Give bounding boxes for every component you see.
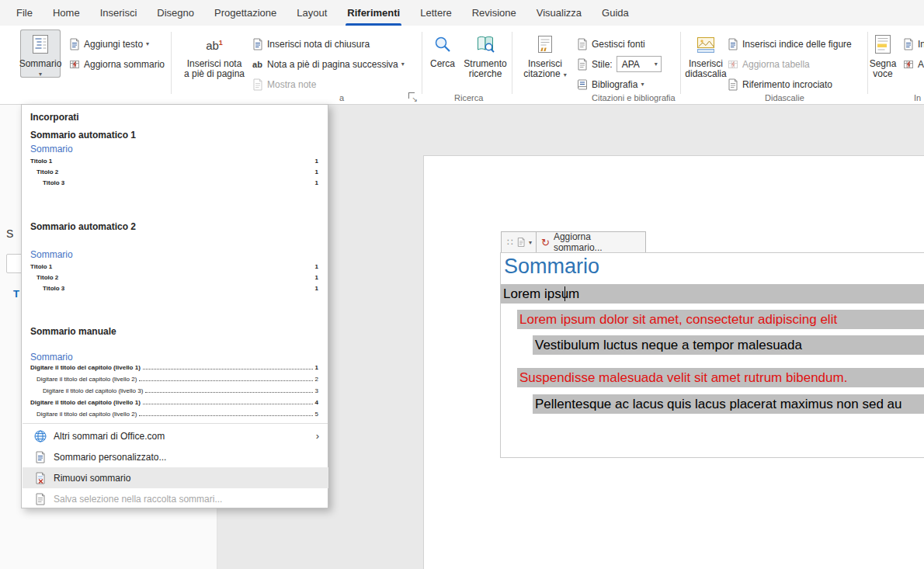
gallery-preview-row: Titolo 21 [36,272,318,281]
chevron-down-icon: ▾ [564,71,567,78]
menu-item-label: Rimuovi sommario [54,473,130,484]
index-insert-label-fragment: In [918,39,924,50]
word-window: File Home Inserisci Disegno Progettazion… [0,0,924,569]
toc-entry-text: Vestibulum luctus neque a tempor malesua… [535,338,802,353]
menu-item-save-selection[interactable]: Salva selezione nella raccolta sommari..… [23,488,328,509]
toc-entry-line[interactable]: Suspendisse malesuada velit sit amet rut… [517,368,924,387]
toc-title[interactable]: Sommario [504,255,599,279]
update-table-icon [725,58,740,71]
gallery-preview-row: Digitare il titolo del capitolo (livello… [36,409,318,418]
researcher-label-line2: ricerche [469,69,502,79]
cerca-button[interactable]: Cerca [426,29,460,69]
tab-disegno[interactable]: Disegno [147,0,204,26]
index-update-button[interactable]: A [901,55,924,73]
inserisci-nota-pie-pagina-button[interactable]: ab1 Inserisci nota a piè di pagina [185,29,244,79]
style-icon [575,58,589,71]
menu-section-header: Incorporati [30,112,79,123]
endnote-icon [250,38,265,50]
gallery-preview-row: Titolo 21 [36,167,318,175]
caption-icon [696,34,716,54]
index-update-label-fragment: A [918,59,924,70]
inserisci-citazione-button[interactable]: Inserisci citazione▾ [520,29,570,80]
bibliografia-label: Bibliografia [592,79,637,90]
inserisci-indice-figure-button[interactable]: Inserisci indice delle figure [725,35,852,53]
mostra-note-label: Mostra note [267,79,316,90]
toc-entry-text: Lorem ipsum [503,286,579,302]
tab-file[interactable]: File [6,0,43,26]
menu-item-label: Sommario personalizzato... [54,452,166,463]
gallery-preview-row: Digitare il titolo del capitolo (livello… [30,397,318,406]
toc-entry-line[interactable]: Lorem ipsum dolor sit amet, consectetur … [517,310,924,329]
dialog-launcher-icon[interactable] [407,91,418,102]
tab-revisione[interactable]: Revisione [462,0,526,26]
indice-figure-label: Inserisci indice delle figure [742,39,852,50]
citazione-label-line2: citazione▾ [523,69,566,80]
stile-row: Stile: APA▾ [575,55,662,73]
researcher-icon [475,34,495,54]
tab-lettere[interactable]: Lettere [410,0,461,26]
endnote-label: Inserisci nota di chiusura [267,39,370,50]
nota-successiva-button[interactable]: ab Nota a piè di pagina successiva ▾ [250,55,405,73]
document-icon [33,451,48,463]
tab-guida[interactable]: Guida [592,0,639,26]
ribbon: Sommario ▾ Aggiungi testo ▾ Aggiorna som… [0,26,924,105]
drag-handle-icon: ∷ [507,237,513,248]
gallery-preview-row: Titolo 11 [30,156,318,165]
tab-progettazione[interactable]: Progettazione [204,0,287,26]
segna-voce-label-line2: voce [873,69,892,79]
gallery-preview-title: Sommario [30,144,73,154]
tab-inserisci[interactable]: Inserisci [90,0,148,26]
tab-layout[interactable]: Layout [287,0,337,26]
aggiorna-tabella-label: Aggiorna tabella [742,59,810,70]
menu-item-custom-toc[interactable]: Sommario personalizzato... [23,446,328,467]
menu-item-remove-toc[interactable]: Rimuovi sommario [23,467,328,488]
menu-item-label: Altri sommari di Office.com [54,431,165,442]
aggiorna-tabella-button[interactable]: Aggiorna tabella [725,55,810,73]
footnote-icon: ab1 [206,37,223,51]
citation-icon [535,34,555,54]
navigation-pane-title-fragment: S [6,227,13,240]
aggiungi-testo-button[interactable]: Aggiungi testo ▾ [67,35,149,53]
next-footnote-icon: ab [250,60,265,69]
save-gallery-icon [33,493,48,505]
update-toc-button[interactable]: ↻ Aggiorna sommario... [536,231,646,253]
strumento-ricerche-button[interactable]: Strumento ricerche [461,29,509,79]
book-icon [575,78,589,91]
menu-item-more-toc-office[interactable]: Altri sommari di Office.com › [23,425,328,446]
inserisci-didascalia-button[interactable]: Inserisci didascalia [683,29,729,79]
sommario-button[interactable]: Sommario ▾ [20,29,61,78]
toc-control-handle-tab[interactable]: ∷ ▾ [501,231,537,253]
index-insert-button[interactable]: In [901,35,924,53]
toc-entry-line[interactable]: Vestibulum luctus neque a tempor malesua… [533,335,924,355]
aggiorna-sommario-button[interactable]: Aggiorna sommario [67,55,165,73]
mostra-note-button[interactable]: Mostra note [250,75,316,93]
toc-entry-text: Pellentesque ac lacus quis lacus placera… [535,397,902,412]
toc-entry-line[interactable]: Pellentesque ac lacus quis lacus placera… [533,394,924,414]
menu-separator [23,423,328,424]
sommario-button-label: Sommario [19,59,62,69]
aggiungi-testo-label: Aggiungi testo [84,39,143,50]
gallery-item-title: Sommario manuale [30,326,116,337]
toc-icon [30,34,50,54]
riferimento-incrociato-button[interactable]: Riferimento incrociato [725,75,832,93]
inserisci-nota-chiusura-button[interactable]: Inserisci nota di chiusura [250,35,370,53]
gallery-item-title: Sommario automatico 2 [30,221,136,232]
mark-entry-icon [873,34,893,54]
gestisci-fonti-button[interactable]: Gestisci fonti [575,35,645,53]
bibliografia-button[interactable]: Bibliografia ▾ [575,75,644,93]
gallery-preview-title: Sommario [30,352,73,363]
menu-item-label: Salva selezione nella raccolta sommari..… [54,494,222,505]
toc-entry-text: Suspendisse malesuada velit sit amet rut… [519,370,847,386]
footnote-label-line2: a piè di pagina [184,69,245,79]
style-combobox[interactable]: APA▾ [617,56,662,72]
segna-voce-button[interactable]: Segna voce [864,29,901,79]
next-footnote-label: Nota a piè di pagina successiva [267,59,398,70]
tab-riferimenti[interactable]: Riferimenti [337,0,410,26]
tab-visualizza[interactable]: Visualizza [526,0,592,26]
chevron-down-icon: ▾ [146,40,149,47]
ribbon-tab-bar: File Home Inserisci Disegno Progettazion… [0,0,924,26]
tab-home[interactable]: Home [43,0,90,26]
aggiorna-sommario-label: Aggiorna sommario [84,59,165,70]
navigation-tab-fragment[interactable]: T [13,288,19,300]
document-icon [516,237,526,248]
